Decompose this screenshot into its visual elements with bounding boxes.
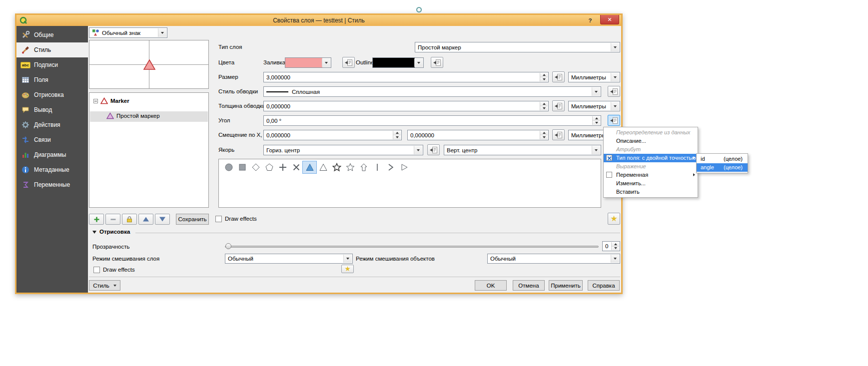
sidebar-item-labels[interactable]: abc Подписи <box>16 57 88 72</box>
fill-data-defined-button[interactable] <box>342 57 355 68</box>
shape-chevron-right[interactable] <box>384 161 397 173</box>
shape-star[interactable] <box>330 161 343 173</box>
help-button[interactable]: Справка <box>588 280 620 291</box>
spin-up-icon[interactable] <box>593 116 600 120</box>
shape-vertical-line[interactable] <box>370 161 384 173</box>
size-unit-select[interactable]: Миллиметры <box>568 72 620 82</box>
save-symbol-button[interactable]: Сохранить <box>176 214 209 225</box>
sidebar-item-joins[interactable]: Связи <box>16 132 88 147</box>
fill-color-swatch[interactable] <box>285 57 331 68</box>
shape-circle[interactable] <box>222 161 235 173</box>
menu-item-description[interactable]: Описание... <box>604 137 698 145</box>
spin-down-icon[interactable] <box>540 77 548 81</box>
add-symbol-layer-button[interactable] <box>89 214 104 225</box>
titlebar[interactable]: Свойства слоя — testtest | Стиль ? ✕ <box>16 15 621 26</box>
spin-up-icon[interactable] <box>393 131 401 135</box>
shape-triangle[interactable] <box>303 161 316 173</box>
outline-style-select[interactable]: Сплошная <box>263 86 601 97</box>
symbol-draw-effects-checkbox[interactable] <box>215 216 222 222</box>
move-up-button[interactable] <box>138 214 153 225</box>
layer-draw-effects-checkbox[interactable] <box>93 267 100 273</box>
spin-down-icon[interactable] <box>540 135 548 139</box>
spinner-buttons[interactable] <box>592 116 600 125</box>
sidebar-item-general[interactable]: Общие <box>16 27 88 42</box>
remove-symbol-layer-button[interactable] <box>105 214 120 225</box>
collapse-triangle-icon[interactable] <box>92 231 96 234</box>
spin-up-icon[interactable] <box>540 131 548 135</box>
style-menu-button[interactable]: Стиль <box>89 280 120 291</box>
layer-type-select[interactable]: Простой маркер <box>415 42 620 52</box>
shape-star-outline[interactable] <box>343 161 357 173</box>
angle-spinbox[interactable]: 0,00 ° <box>263 115 601 126</box>
offset-x-spinbox[interactable]: 0,000000 <box>263 130 402 140</box>
sidebar-item-style[interactable]: Стиль <box>16 42 88 57</box>
spin-up-icon[interactable] <box>540 102 548 106</box>
renderer-select[interactable]: Обычный знак <box>89 27 167 38</box>
checked-checkbox-icon[interactable] <box>606 155 612 161</box>
dropdown-arrow-icon[interactable] <box>611 102 619 110</box>
spinner-buttons[interactable] <box>393 131 401 139</box>
size-data-defined-button[interactable] <box>552 71 565 82</box>
lock-color-button[interactable] <box>122 214 137 225</box>
shape-triangle-outline[interactable] <box>316 161 330 173</box>
offset-data-defined-button[interactable] <box>552 129 565 140</box>
menu-item-field-type[interactable]: Тип поля: с двойной точностью <box>604 154 698 162</box>
ok-button[interactable]: OK <box>475 280 507 291</box>
sidebar-item-diagrams[interactable]: Диаграммы <box>16 147 88 162</box>
dropdown-arrow-icon[interactable] <box>611 255 619 263</box>
symbol-effects-button[interactable] <box>608 213 620 225</box>
shape-diamond[interactable] <box>249 161 262 173</box>
dropdown-arrow-icon[interactable] <box>592 146 600 154</box>
dropdown-arrow-icon[interactable] <box>158 28 166 37</box>
menu-item-variable[interactable]: Переменная <box>604 171 698 179</box>
spin-down-icon[interactable] <box>612 246 619 251</box>
sidebar-item-metadata[interactable]: Метаданные <box>16 162 88 177</box>
sidebar-item-display[interactable]: Вывод <box>16 102 88 117</box>
offset-y-spinbox[interactable]: 0,000000 <box>407 130 549 140</box>
shape-plus[interactable] <box>276 161 289 173</box>
outline-data-defined-button[interactable] <box>431 57 443 68</box>
spinner-buttons[interactable] <box>540 131 548 139</box>
dropdown-arrow-icon[interactable] <box>343 255 352 263</box>
shape-cross[interactable] <box>289 161 303 173</box>
layer-blend-select[interactable]: Обычный <box>225 254 353 264</box>
spinner-buttons[interactable] <box>540 102 548 110</box>
spin-down-icon[interactable] <box>593 120 600 125</box>
dropdown-arrow-icon[interactable] <box>592 87 600 96</box>
menu-item-paste[interactable]: Вставить <box>604 188 698 196</box>
transparency-spinbox[interactable]: 0 <box>602 241 620 251</box>
sidebar-item-rendering[interactable]: Отрисовка <box>16 87 88 102</box>
shape-arrow-up[interactable] <box>357 161 370 173</box>
dropdown-arrow-icon[interactable] <box>611 43 619 51</box>
outline-style-data-defined-button[interactable] <box>608 86 620 97</box>
cancel-button[interactable]: Отмена <box>513 280 545 291</box>
anchor-data-defined-button[interactable] <box>427 144 440 155</box>
shape-pentagon[interactable] <box>262 161 276 173</box>
outline-width-data-defined-button[interactable] <box>552 100 565 111</box>
outline-width-unit-select[interactable]: Миллиметры <box>568 101 620 111</box>
close-button[interactable]: ✕ <box>600 15 619 24</box>
move-down-button[interactable] <box>155 214 170 225</box>
outline-color-swatch[interactable] <box>372 57 424 68</box>
anchor-horizontal-select[interactable]: Гориз. центр <box>263 145 423 155</box>
transparency-slider[interactable] <box>225 246 599 248</box>
tree-expander-icon[interactable] <box>93 99 98 103</box>
unchecked-checkbox-icon[interactable] <box>606 172 612 178</box>
sidebar-item-fields[interactable]: Поля <box>16 72 88 87</box>
spin-up-icon[interactable] <box>540 73 548 77</box>
anchor-vertical-select[interactable]: Верт. центр <box>444 145 601 155</box>
tree-item-simple-marker[interactable]: Простой маркер <box>106 112 160 119</box>
sidebar-item-actions[interactable]: Действия <box>16 117 88 132</box>
spin-down-icon[interactable] <box>393 135 401 139</box>
spinner-buttons[interactable] <box>611 242 619 250</box>
submenu-item-angle[interactable]: angle (целое) <box>697 163 748 172</box>
dropdown-arrow-icon[interactable] <box>322 58 330 67</box>
spin-down-icon[interactable] <box>540 106 548 110</box>
sidebar-item-variables[interactable]: Переменные <box>16 177 88 192</box>
menu-item-edit[interactable]: Изменить... <box>604 179 698 188</box>
shape-triangle-right[interactable] <box>397 161 411 173</box>
size-spinbox[interactable]: 3,000000 <box>263 72 549 82</box>
apply-button[interactable]: Применить <box>549 280 583 291</box>
feature-blend-select[interactable]: Обычный <box>487 254 620 264</box>
dropdown-arrow-icon[interactable] <box>611 73 619 81</box>
